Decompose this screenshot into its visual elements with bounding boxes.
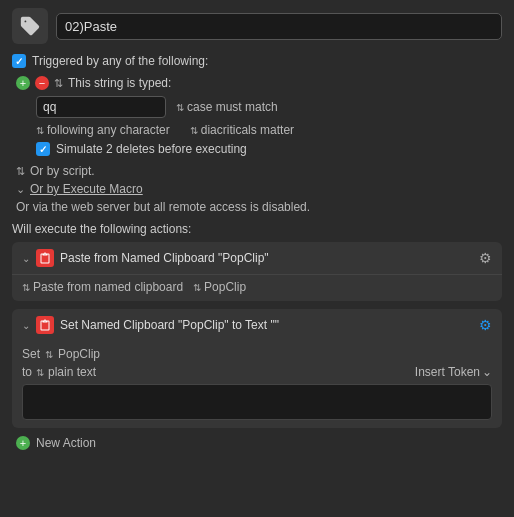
action2-to-label: to: [22, 365, 32, 379]
action1-sub2[interactable]: ⇅ PopClip: [193, 280, 246, 294]
string-header: ⇅ This string is typed:: [16, 76, 502, 90]
string-section: ⇅ This string is typed: ⇅ case must matc…: [16, 76, 502, 156]
action2-title: Set Named Clipboard "PopClip" to Text "": [60, 318, 473, 332]
insert-token-button[interactable]: Insert Token ⌄: [415, 365, 492, 379]
new-action-row: New Action: [16, 436, 502, 450]
action1-header: ⌄ Paste from Named Clipboard "PopClip" ⚙: [12, 242, 502, 275]
title-input[interactable]: [56, 13, 502, 40]
action2-gear-icon[interactable]: ⚙: [479, 317, 492, 333]
string-type-label: This string is typed:: [68, 76, 171, 90]
action1-sub1[interactable]: ⇅ Paste from named clipboard: [22, 280, 183, 294]
action2-set-label: Set: [22, 347, 40, 361]
cycle-script-icon: ⇅: [16, 165, 25, 178]
cycle-following-icon: ⇅: [36, 125, 44, 136]
action2-clipboard-icon: [36, 316, 54, 334]
action-card-1: ⌄ Paste from Named Clipboard "PopClip" ⚙…: [12, 242, 502, 301]
simulate-label: Simulate 2 deletes before executing: [56, 142, 247, 156]
action1-chevron-icon[interactable]: ⌄: [22, 253, 30, 264]
new-action-label: New Action: [36, 436, 96, 450]
action2-body: Set ⇅ PopClip to ⇅ plain text Insert Tok…: [12, 341, 502, 428]
action2-to-left: to ⇅ plain text: [22, 365, 96, 379]
via-web-row: Or via the web server but all remote acc…: [16, 200, 502, 214]
triggered-row: Triggered by any of the following:: [12, 54, 502, 68]
cycle-case-icon[interactable]: ⇅: [176, 102, 184, 113]
remove-string-button[interactable]: [35, 76, 49, 90]
string-input[interactable]: [36, 96, 166, 118]
will-execute-label: Will execute the following actions:: [12, 222, 502, 236]
action1-gear-icon[interactable]: ⚙: [479, 250, 492, 266]
action2-set-row: Set ⇅ PopClip: [22, 347, 492, 361]
triggered-checkbox[interactable]: [12, 54, 26, 68]
tag-icon: [19, 15, 41, 37]
new-action-button[interactable]: [16, 436, 30, 450]
action2-text-area[interactable]: [22, 384, 492, 420]
cycle-execute-icon: ⌄: [16, 183, 25, 196]
or-by-script-row: ⇅ Or by script.: [16, 164, 502, 178]
case-match-label: ⇅ case must match: [176, 100, 278, 114]
action2-set-value: PopClip: [58, 347, 100, 361]
cycle-sub1-icon: ⇅: [22, 282, 30, 293]
title-row: [12, 8, 502, 44]
cycle-set-icon[interactable]: ⇅: [45, 349, 53, 360]
action2-to-row: to ⇅ plain text Insert Token ⌄: [22, 365, 492, 379]
action1-subrow: ⇅ Paste from named clipboard ⇅ PopClip: [12, 275, 502, 301]
action-card-2: ⌄ Set Named Clipboard "PopClip" to Text …: [12, 309, 502, 428]
action2-chevron-icon[interactable]: ⌄: [22, 320, 30, 331]
simulate-row: Simulate 2 deletes before executing: [36, 142, 502, 156]
or-by-execute-label[interactable]: Or by Execute Macro: [30, 182, 143, 196]
cycle-to-icon[interactable]: ⇅: [36, 367, 44, 378]
options-row: ⇅ following any character ⇅ diacriticals…: [36, 123, 502, 137]
cycle-diacriticals-icon: ⇅: [190, 125, 198, 136]
triggered-label: Triggered by any of the following:: [32, 54, 208, 68]
main-container: Triggered by any of the following: ⇅ Thi…: [0, 0, 514, 517]
action1-clipboard-icon: [36, 249, 54, 267]
following-any-option[interactable]: ⇅ following any character: [36, 123, 170, 137]
action2-to-value: plain text: [48, 365, 96, 379]
insert-token-chevron-icon: ⌄: [482, 365, 492, 379]
action2-header: ⌄ Set Named Clipboard "PopClip" to Text …: [12, 309, 502, 341]
add-string-button[interactable]: [16, 76, 30, 90]
or-by-script-label[interactable]: Or by script.: [30, 164, 95, 178]
action1-title: Paste from Named Clipboard "PopClip": [60, 251, 473, 265]
cycle-sub2-icon: ⇅: [193, 282, 201, 293]
tag-icon-box: [12, 8, 48, 44]
simulate-checkbox[interactable]: [36, 142, 50, 156]
diacriticals-option[interactable]: ⇅ diacriticals matter: [190, 123, 294, 137]
string-input-row: ⇅ case must match: [36, 96, 502, 118]
cycle-arrow-icon: ⇅: [54, 77, 63, 90]
or-by-execute-row: ⌄ Or by Execute Macro: [16, 182, 502, 196]
